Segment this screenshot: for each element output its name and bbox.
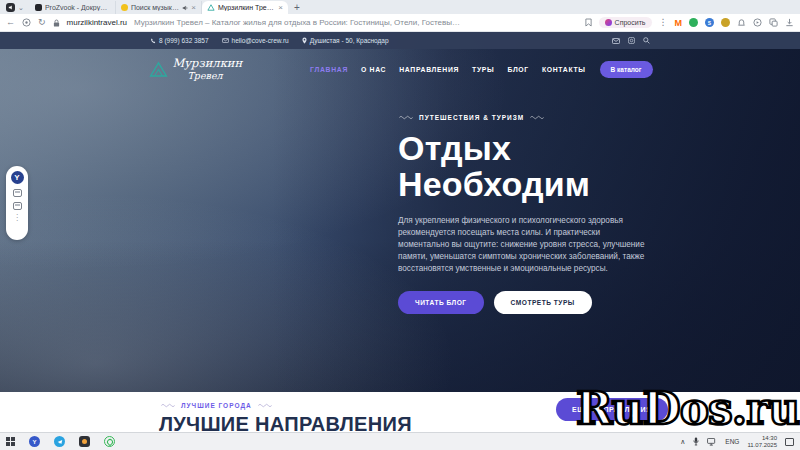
tab-favicon-dark	[35, 4, 42, 11]
tab-audio-icon[interactable]	[182, 5, 188, 11]
browser-toolbar: ← ↻ murzilkintravel.ru Мурзилкин Тревел …	[0, 14, 800, 32]
topbar-address[interactable]: Душистая - 50, Краснодар	[302, 37, 389, 44]
view-tours-button[interactable]: СМОТРЕТЬ ТУРЫ	[494, 291, 592, 314]
refresh-icon[interactable]: ↻	[38, 18, 46, 27]
logo-line2: Тревел	[173, 71, 243, 81]
tab-close-icon[interactable]: ×	[191, 4, 196, 12]
browser-tab-prozvook[interactable]: ProZvook - Докрутим т...	[30, 1, 116, 14]
nav-item-tours[interactable]: ТУРЫ	[472, 66, 494, 73]
watermark: RuDos.ru	[576, 383, 799, 434]
toolbar-menu-icon[interactable]: ⋮	[659, 18, 668, 27]
browser-tab-active-murzilkin[interactable]: Мурзилкин Тревел – К ×	[202, 1, 288, 14]
site-viewport: 8 (999) 632 3857 hello@cove-crew.ru Души…	[0, 32, 800, 432]
taskbar-whatsapp-icon[interactable]	[104, 436, 115, 447]
new-tab-button[interactable]: +	[288, 2, 306, 14]
site-logo[interactable]: Мурзилкин Тревел	[148, 58, 243, 80]
hero-title: Отдых Необходим	[398, 130, 648, 202]
extension-green-icon[interactable]	[689, 18, 698, 27]
microphone-icon[interactable]	[693, 437, 699, 446]
wave-icon	[160, 403, 176, 408]
network-display-icon[interactable]	[707, 438, 717, 446]
tray-expand-icon[interactable]: ∧	[680, 438, 685, 446]
social-mail-icon[interactable]	[612, 38, 620, 44]
ask-logo-icon	[605, 19, 612, 26]
browser-tabstrip: ⌄ ProZvook - Докрутим т... Поиск музыки,…	[0, 0, 800, 14]
yandex-icon[interactable]: Y	[11, 171, 24, 184]
tab-title: Поиск музыки, под...	[131, 4, 179, 11]
tabstrip-controls: ⌄	[0, 3, 30, 14]
start-button-icon[interactable]	[6, 437, 15, 446]
sidebar-windows-icon[interactable]	[13, 202, 22, 210]
protect-icon[interactable]	[22, 18, 31, 27]
extension-m-icon[interactable]: М	[675, 18, 683, 28]
extension-yellow-icon[interactable]	[721, 18, 730, 27]
browser-side-panel: Y ⋮	[6, 166, 28, 240]
tab-title: Мурзилкин Тревел – К	[218, 4, 275, 11]
taskbar-photos-icon[interactable]	[79, 436, 90, 447]
chevron-down-icon[interactable]: ⌄	[18, 4, 24, 11]
location-pin-icon	[302, 37, 307, 44]
screen-capture-icon[interactable]	[753, 18, 762, 27]
wave-icon	[529, 115, 545, 120]
ask-label: Спросить	[615, 19, 646, 26]
notification-center-icon[interactable]	[785, 438, 794, 446]
catalog-button[interactable]: В каталог	[600, 61, 653, 78]
camera-circle-icon[interactable]	[628, 37, 635, 44]
back-icon[interactable]: ←	[6, 18, 15, 27]
topbar-phone[interactable]: 8 (999) 632 3857	[150, 37, 209, 44]
wave-icon	[398, 115, 414, 120]
site-header: Мурзилкин Тревел ГЛАВНАЯ О НАС НАПРАВЛЕН…	[0, 49, 800, 89]
nav-item-about[interactable]: О НАС	[361, 66, 386, 73]
sidebar-bookmarks-icon[interactable]	[13, 189, 22, 197]
lock-icon	[53, 19, 60, 27]
nav-item-home[interactable]: ГЛАВНАЯ	[310, 66, 348, 73]
screen: ⌄ ProZvook - Докрутим т... Поиск музыки,…	[0, 0, 800, 450]
topbar-email[interactable]: hello@cove-crew.ru	[222, 37, 289, 44]
taskbar-yandex-browser-icon[interactable]: Y	[29, 436, 40, 447]
downloads-icon[interactable]	[785, 18, 794, 27]
phone-icon	[150, 38, 156, 44]
search-icon[interactable]	[643, 37, 650, 44]
media-playback-icon[interactable]	[6, 3, 15, 12]
language-indicator[interactable]: ENG	[725, 438, 739, 445]
nav-item-contacts[interactable]: КОНТАКТЫ	[542, 66, 586, 73]
destinations-eyebrow: ЛУЧШИЕ ГОРОДА	[160, 402, 273, 409]
mountain-logo-icon	[148, 60, 169, 78]
notifications-bell-icon[interactable]	[737, 18, 746, 27]
address-page-title: Мурзилкин Тревел – Каталог жилья для отд…	[134, 18, 464, 27]
tab-title: ProZvook - Докрутим т...	[45, 4, 110, 11]
system-tray: ∧ ENG 14:30 11.07.2025	[680, 435, 794, 449]
nav-item-blog[interactable]: БЛОГ	[507, 66, 528, 73]
bookmark-flag-icon[interactable]	[585, 18, 592, 27]
site-topbar: 8 (999) 632 3857 hello@cove-crew.ru Души…	[0, 32, 800, 49]
mail-icon	[222, 38, 229, 43]
address-url[interactable]: murzilkintravel.ru	[67, 18, 127, 27]
browser-tab-music-search[interactable]: Поиск музыки, под... ×	[116, 1, 202, 14]
collections-icon[interactable]	[769, 18, 778, 27]
wave-icon	[257, 403, 273, 408]
extension-blue-icon[interactable]: S	[705, 18, 714, 27]
sidebar-more-icon[interactable]: ⋮	[13, 215, 21, 220]
hero-badge: ПУТЕШЕСТВИЯ & ТУРИЗМ	[398, 114, 648, 121]
taskbar: Y ∧ ENG 14:30 11.07.2025	[0, 432, 800, 450]
ask-button[interactable]: Спросить	[599, 17, 652, 28]
taskbar-telegram-icon[interactable]	[54, 436, 65, 447]
logo-line1: Мурзилкин	[173, 58, 243, 70]
tab-favicon-yellow	[121, 4, 128, 11]
clock[interactable]: 14:30 11.07.2025	[747, 435, 777, 449]
hero-section: ПУТЕШЕСТВИЯ & ТУРИЗМ Отдых Необходим Для…	[398, 114, 648, 314]
main-nav: ГЛАВНАЯ О НАС НАПРАВЛЕНИЯ ТУРЫ БЛОГ КОНТ…	[310, 66, 586, 73]
nav-item-destinations[interactable]: НАПРАВЛЕНИЯ	[399, 66, 459, 73]
hero-paragraph: Для укрепления физического и психологиче…	[398, 215, 646, 275]
tab-favicon-logo	[207, 4, 215, 11]
read-blog-button[interactable]: ЧИТАТЬ БЛОГ	[398, 291, 484, 314]
tab-close-icon[interactable]: ×	[278, 4, 283, 12]
destinations-title: ЛУЧШИЕ НАПРАВЛЕНИЯ	[159, 413, 412, 432]
